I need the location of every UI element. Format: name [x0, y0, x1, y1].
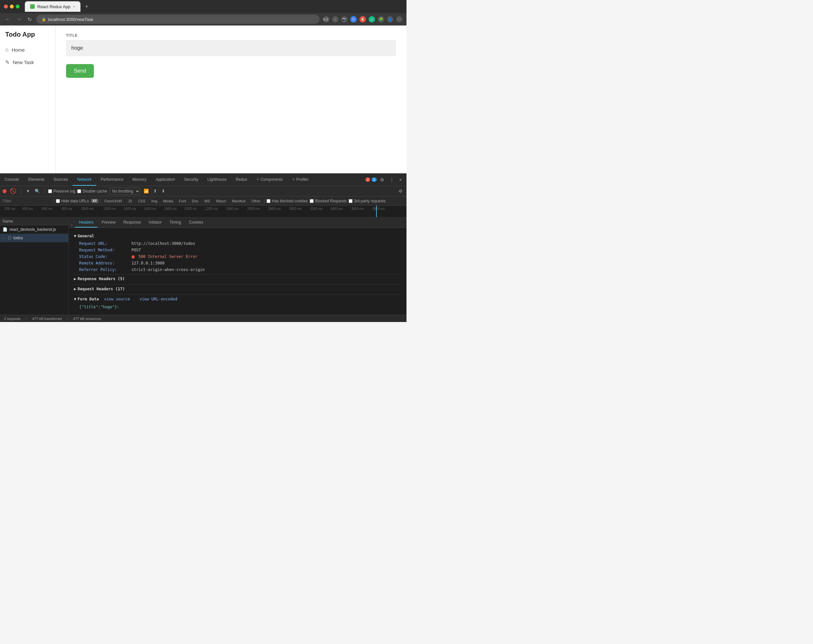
browser-tab[interactable]: React Redux App × — [25, 1, 80, 12]
upload-button[interactable]: ⬆ — [152, 188, 158, 194]
wifi-icon-button[interactable]: 📶 — [142, 188, 150, 194]
refresh-button[interactable]: ↻ — [26, 15, 33, 24]
more-icon[interactable]: ⋯ — [396, 16, 403, 23]
devtools-more-button[interactable]: ⋮ — [388, 176, 396, 184]
field-label: TITLE — [66, 33, 396, 37]
status-sep-1: | — [26, 317, 27, 321]
blocked-requests-checkbox[interactable] — [310, 199, 314, 203]
back-button[interactable]: ← — [4, 15, 12, 23]
filter-input[interactable] — [3, 199, 52, 203]
send-button[interactable]: Send — [66, 64, 94, 78]
traffic-light-green[interactable] — [16, 5, 20, 9]
clear-button[interactable]: 🚫 — [9, 187, 18, 195]
tab-security[interactable]: Security — [179, 173, 203, 186]
traffic-light-red[interactable] — [4, 5, 8, 9]
filter-js[interactable]: JS — [126, 199, 134, 203]
main-content: TITLE Send — [55, 26, 406, 173]
preview-tab-label: Preview — [101, 220, 115, 225]
filter-doc[interactable]: Doc — [190, 199, 201, 203]
filter-ws[interactable]: WS — [202, 199, 212, 203]
request-item-devtools[interactable]: 📄 react_devtools_backend.js — [0, 225, 68, 234]
sidebar-item-new-task[interactable]: ✎ New Task — [0, 56, 55, 69]
forward-button[interactable]: → — [15, 15, 23, 23]
devtools-filename: react_devtools_backend.js — [9, 227, 56, 232]
ext3-icon[interactable]: ◎ — [368, 16, 375, 23]
ext2-icon[interactable]: 🐶 — [359, 16, 366, 23]
disable-cache-checkbox[interactable] — [77, 189, 81, 193]
timeline-label-2400: 2400 ms — [226, 207, 239, 210]
tab-network[interactable]: Network — [73, 173, 96, 186]
detail-tab-close-icon[interactable]: × — [69, 223, 75, 227]
close-pane-icon[interactable]: × — [3, 236, 5, 240]
tab-profiler[interactable]: ⚛ Profiler — [287, 173, 313, 186]
timeline-label-2000: 2000 ms — [184, 207, 197, 210]
ext1-icon[interactable]: R — [350, 16, 357, 23]
filter-img[interactable]: Img — [149, 199, 159, 203]
tab-performance[interactable]: Performance — [96, 173, 128, 186]
general-section-header[interactable]: ▼ General — [74, 232, 401, 240]
detail-tab-timing[interactable]: Timing — [166, 218, 185, 227]
tab-close-icon[interactable]: × — [73, 5, 75, 9]
toolbar-sep-2 — [44, 188, 45, 194]
disable-cache-text: Disable cache — [83, 189, 107, 193]
hide-data-urls-checkbox[interactable] — [56, 199, 60, 203]
timeline-label-2600: 2600 ms — [247, 207, 260, 210]
referrer-policy-value: strict-origin-when-cross-origin — [132, 267, 205, 272]
filter-css[interactable]: CSS — [136, 199, 147, 203]
detail-tab-headers[interactable]: Headers — [75, 218, 97, 227]
ext5-icon[interactable]: 👤 — [387, 16, 393, 23]
status-code-key: Status Code: — [79, 255, 132, 259]
third-party-checkbox[interactable] — [348, 199, 353, 203]
all-badge[interactable]: All — [91, 199, 98, 203]
detail-tab-preview[interactable]: Preview — [97, 218, 120, 227]
throttle-select[interactable]: No throttling — [109, 188, 140, 195]
address-input[interactable]: 🔒 localhost:3000/newTask — [36, 15, 319, 24]
tab-lighthouse[interactable]: Lighthouse — [203, 173, 231, 186]
response-tab-label: Response — [123, 220, 141, 225]
settings-btn-right[interactable]: ⚙ — [397, 188, 404, 194]
devtools: Console Elements Sources Network Perform… — [0, 173, 406, 322]
tab-elements[interactable]: Elements — [23, 173, 49, 186]
response-headers-section[interactable]: ▶ Response Headers (5) — [74, 274, 401, 283]
view-source-link[interactable]: view source — [104, 297, 130, 301]
blocked-cookies-checkbox[interactable] — [267, 199, 270, 203]
translate-icon[interactable]: A文 — [323, 16, 329, 23]
tab-sources[interactable]: Sources — [49, 173, 73, 186]
tab-components[interactable]: ⚛ Components — [252, 173, 287, 186]
detail-tab-response[interactable]: Response — [120, 218, 145, 227]
request-headers-section[interactable]: ▶ Request Headers (17) — [74, 284, 401, 293]
filter-fetch-xhr[interactable]: Fetch/XHR — [103, 199, 124, 203]
filter-font[interactable]: Font — [177, 199, 188, 203]
detail-tab-initiator[interactable]: Initiator — [145, 218, 166, 227]
filter-other[interactable]: Other — [250, 199, 262, 203]
preserve-log-checkbox[interactable] — [48, 189, 52, 193]
search-button[interactable]: 🔍 — [33, 188, 41, 194]
form-data-section[interactable]: ▼ Form Data view source view URL-encoded — [74, 294, 401, 304]
devtools-close-button[interactable]: × — [397, 176, 404, 184]
network-panel: Name 📄 react_devtools_backend.js × ☐ tod… — [0, 218, 406, 315]
record-button[interactable] — [3, 189, 6, 193]
third-party-text: 3rd-party requests — [354, 199, 385, 203]
tab-redux[interactable]: Redux — [231, 173, 252, 186]
tab-console[interactable]: Console — [0, 173, 23, 186]
detail-tab-cookies[interactable]: Cookies — [185, 218, 207, 227]
download-button[interactable]: ⬇ — [160, 188, 166, 194]
new-tab-button[interactable]: + — [83, 3, 91, 10]
ext4-icon[interactable]: 🧩 — [378, 16, 384, 23]
tab-memory[interactable]: Memory — [128, 173, 151, 186]
request-item-todos[interactable]: × ☐ todos — [0, 234, 68, 242]
tab-application[interactable]: Application — [151, 173, 179, 186]
view-url-encoded-link[interactable]: view URL-encoded — [140, 297, 178, 301]
sidebar-item-home[interactable]: ⌂ Home — [0, 43, 55, 56]
title-input[interactable] — [66, 40, 396, 56]
filter-icon-button[interactable]: ▼ — [25, 188, 31, 194]
devtools-settings-button[interactable]: ⚙ — [378, 176, 386, 184]
capture-icon[interactable]: 📷 — [341, 16, 348, 23]
filter-wasm[interactable]: Wasm — [214, 199, 228, 203]
filter-media[interactable]: Media — [161, 199, 175, 203]
remote-address-row: Remote Address: 127.0.0.1:3000 — [74, 260, 401, 267]
traffic-light-yellow[interactable] — [10, 5, 14, 9]
request-method-value: POST — [132, 248, 141, 252]
bookmark-icon[interactable]: ☆ — [332, 16, 339, 23]
filter-manifest[interactable]: Manifest — [230, 199, 248, 203]
